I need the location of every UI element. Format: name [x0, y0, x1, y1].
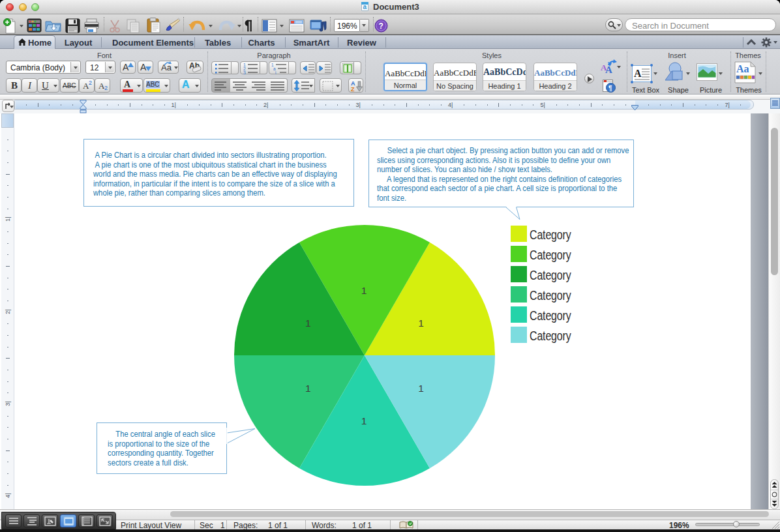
svg-text:3: 3 [243, 70, 246, 75]
svg-text:1: 1 [361, 285, 367, 296]
svg-text:1: 1 [418, 318, 424, 329]
svg-text:1: 1 [305, 318, 311, 329]
svg-text:Z: Z [351, 86, 355, 93]
svg-text:i: i [275, 70, 276, 75]
svg-text:1: 1 [418, 383, 424, 394]
svg-text:1: 1 [361, 415, 367, 426]
svg-text:1: 1 [305, 383, 311, 394]
svg-text:?: ? [379, 22, 383, 31]
svg-text:Aa: Aa [736, 63, 749, 74]
svg-text:A: A [634, 68, 642, 79]
svg-text:¶: ¶ [608, 85, 612, 92]
